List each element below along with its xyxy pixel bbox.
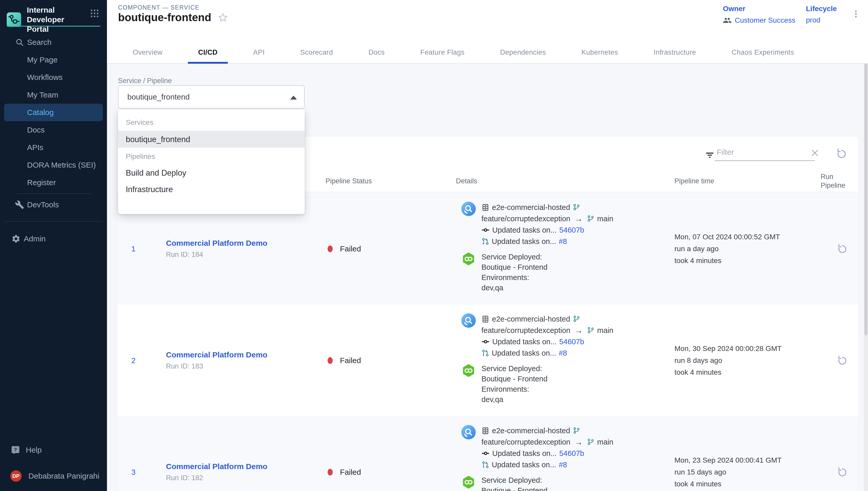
owner-link[interactable]: Customer Success	[723, 16, 795, 25]
kebab-menu-icon[interactable]	[851, 9, 861, 20]
git-branch-icon	[587, 438, 594, 446]
help-icon: ?	[11, 445, 20, 455]
page-header: COMPONENT — SERVICE boutique-frontend Ow…	[107, 0, 868, 64]
ci-stage-icon	[461, 425, 476, 439]
repository-icon	[482, 315, 489, 323]
pipeline-time: Mon, 30 Sep 2024 00:00:28 GMT run 8 days…	[675, 305, 820, 416]
gear-icon	[11, 234, 21, 243]
tab-overview[interactable]: Overview	[122, 49, 173, 64]
menu-option-boutique-frontend[interactable]: boutique_frontend	[118, 131, 305, 148]
sidebar-item-help[interactable]: ? Help	[0, 441, 107, 459]
owner-label: Owner	[723, 5, 795, 13]
repo-name: e2e-commercial-hosted	[492, 203, 570, 212]
reset-filters-icon[interactable]	[835, 147, 848, 160]
repository-icon	[482, 427, 489, 435]
commit-hash-link[interactable]: 54607b	[559, 449, 584, 458]
pr-number-link[interactable]: #8	[559, 461, 567, 469]
git-branch-icon	[572, 315, 580, 323]
menu-option-infrastructure[interactable]: Infrastructure	[118, 181, 305, 198]
deploy-line: Service Deployed:	[482, 363, 548, 374]
pr-number-link[interactable]: #8	[559, 349, 567, 357]
sidebar-item-docs[interactable]: Docs	[0, 121, 107, 139]
sidebar-item-workflows[interactable]: Workflows	[0, 68, 107, 86]
sidebar-item-label: Register	[27, 178, 56, 187]
repo-name: e2e-commercial-hosted	[492, 315, 570, 323]
sidebar-item-admin[interactable]: Admin	[0, 230, 107, 248]
pipeline-select[interactable]: boutique_frontend	[118, 85, 305, 109]
favorite-star-icon[interactable]	[218, 12, 228, 23]
time-duration: took 4 minutes	[675, 480, 820, 489]
sidebar-item-label: Search	[27, 38, 52, 47]
deploy-line: Boutique - Frontend	[482, 374, 548, 384]
pr-message: Updated tasks on...	[492, 237, 556, 246]
caret-up-icon	[290, 96, 297, 99]
time-relative: run 15 days ago	[675, 467, 820, 477]
run-id: Run ID: 183	[166, 362, 326, 370]
clear-filter-icon[interactable]	[810, 148, 820, 158]
sidebar-item-apis[interactable]: APIs	[0, 139, 107, 156]
run-id: Run ID: 182	[166, 474, 326, 482]
arrow-right-icon: →	[575, 214, 583, 224]
arrow-right-icon: →	[575, 326, 583, 335]
tab-chaos-experiments[interactable]: Chaos Experiments	[721, 49, 804, 64]
pipeline-name-link[interactable]: Commercial Platform Demo	[166, 239, 326, 248]
time-relative: run a day ago	[675, 244, 820, 254]
deploy-line: dev,qa	[482, 283, 548, 293]
tab-ci-cd[interactable]: CI/CD	[188, 49, 228, 64]
run-number-link[interactable]: 3	[117, 416, 150, 491]
menu-group-label: Services	[118, 114, 305, 131]
pipeline-name-link[interactable]: Commercial Platform Demo	[166, 350, 326, 359]
tab-api[interactable]: API	[243, 49, 275, 64]
pr-number-link[interactable]: #8	[559, 237, 567, 246]
commit-hash-link[interactable]: 54607b	[559, 226, 584, 234]
col-details: Details	[456, 177, 675, 185]
branch-to: main	[597, 214, 613, 223]
deploy-line: Service Deployed:	[482, 475, 548, 485]
commit-message: Updated tasks on...	[492, 338, 557, 346]
run-id: Run ID: 184	[166, 251, 326, 259]
tab-docs[interactable]: Docs	[358, 49, 395, 64]
rerun-pipeline-icon[interactable]	[836, 354, 848, 367]
lifecycle-value: prod	[806, 16, 837, 24]
tab-infrastructure[interactable]: Infrastructure	[643, 49, 706, 64]
tab-scorecard[interactable]: Scorecard	[290, 49, 343, 64]
sidebar: Internal Developer Portal SearchMy PageW…	[0, 0, 107, 491]
col-pipeline-status: Pipeline Status	[326, 177, 456, 185]
user-menu[interactable]: DP Debabrata Panigrahi	[0, 467, 107, 485]
git-branch-icon	[572, 203, 580, 211]
sidebar-item-register[interactable]: Register	[0, 174, 107, 191]
run-number-link[interactable]: 2	[117, 305, 150, 416]
branch-from: feature/corruptedexception	[482, 214, 570, 223]
pipeline-select-menu: Servicesboutique_frontendPipelinesBuild …	[118, 110, 305, 214]
sidebar-item-my-team[interactable]: My Team	[0, 86, 107, 104]
col-pipeline-time: Pipeline time	[675, 177, 820, 185]
main-area: COMPONENT — SERVICE boutique-frontend Ow…	[107, 0, 868, 491]
pipeline-name-link[interactable]: Commercial Platform Demo	[166, 462, 326, 471]
repo-name: e2e-commercial-hosted	[492, 427, 570, 435]
sidebar-item-label: My Team	[27, 90, 58, 99]
cd-stage-icon	[461, 475, 476, 489]
sidebar-item-catalog[interactable]: Catalog	[4, 104, 103, 121]
commit-icon	[482, 449, 490, 458]
sidebar-item-devtools[interactable]: DevTools	[0, 196, 107, 213]
tab-feature-flags[interactable]: Feature Flags	[410, 49, 475, 64]
sidebar-item-my-page[interactable]: My Page	[0, 51, 107, 68]
content: Service / Pipeline boutique_frontend	[107, 64, 868, 491]
menu-option-build-and-deploy[interactable]: Build and Deploy	[118, 165, 305, 181]
status-dot	[328, 357, 333, 364]
sidebar-item-search[interactable]: Search	[0, 33, 107, 51]
search-icon	[15, 38, 24, 47]
owner-block: Owner Customer Success	[723, 5, 795, 25]
rerun-pipeline-icon[interactable]	[836, 243, 848, 255]
page-title: boutique-frontend	[118, 11, 211, 24]
filter-input[interactable]	[715, 144, 815, 161]
sidebar-item-dora-metrics-sei[interactable]: DORA Metrics (SEI)	[0, 156, 107, 174]
menu-group-label: Pipelines	[118, 148, 305, 165]
apps-grid-icon[interactable]	[89, 8, 100, 20]
commit-hash-link[interactable]: 54607b	[559, 338, 584, 346]
tab-kubernetes[interactable]: Kubernetes	[571, 49, 628, 64]
vertical-scrollbar[interactable]	[864, 0, 868, 491]
tab-dependencies[interactable]: Dependencies	[490, 49, 556, 64]
rerun-pipeline-icon[interactable]	[836, 466, 848, 478]
time-gmt: Mon, 07 Oct 2024 00:00:52 GMT	[675, 232, 820, 242]
